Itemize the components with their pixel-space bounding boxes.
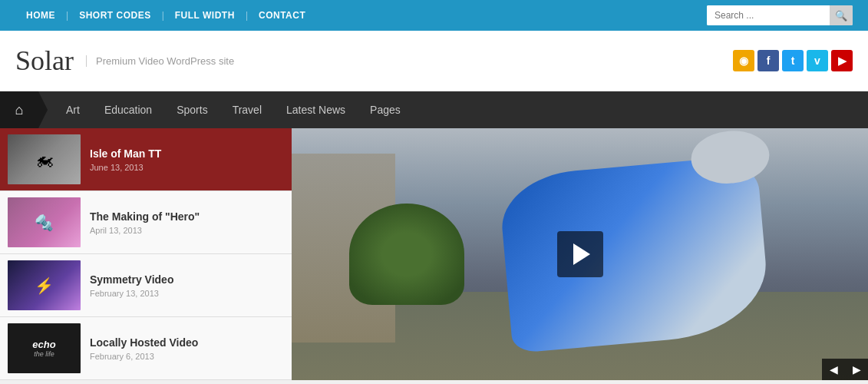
- nav-home[interactable]: HOME: [15, 10, 66, 21]
- top-navigation: HOME | SHORT CODES | FULL WIDTH | CONTAC…: [0, 0, 868, 31]
- video-nav-arrows: ◀ ▶: [822, 359, 868, 380]
- video-item-title-3: Symmetry Video: [90, 273, 284, 286]
- yt-symbol: ▶: [838, 55, 847, 67]
- rss-symbol: ◉: [739, 55, 748, 67]
- echo-text: echo: [32, 339, 55, 350]
- site-tagline: Premium Video WordPress site: [86, 55, 234, 67]
- video-item-title-2: The Making of "Hero": [90, 210, 284, 223]
- next-icon: ▶: [853, 363, 861, 376]
- youtube-icon[interactable]: ▶: [831, 50, 853, 71]
- search-form: 🔍: [707, 5, 853, 25]
- facebook-icon[interactable]: f: [757, 50, 779, 71]
- search-input[interactable]: [707, 5, 830, 25]
- video-list-item[interactable]: Isle of Man TT June 13, 2013: [0, 128, 292, 191]
- rss-icon[interactable]: ◉: [733, 50, 754, 71]
- video-item-title-4: Locally Hosted Video: [90, 336, 284, 349]
- video-item-date-4: February 6, 2013: [90, 352, 284, 361]
- video-thumbnail-1: [8, 134, 81, 184]
- main-navigation: ⌂ Art Education Sports Travel Latest New…: [0, 91, 868, 128]
- home-icon: ⌂: [15, 102, 24, 118]
- video-item-title-1: Isle of Man TT: [90, 147, 284, 160]
- search-button[interactable]: 🔍: [830, 5, 853, 25]
- prev-icon: ◀: [830, 363, 838, 376]
- nav-fullwidth[interactable]: FULL WIDTH: [164, 10, 246, 21]
- nav-education[interactable]: Education: [92, 91, 164, 128]
- video-item-date-2: April 13, 2013: [90, 226, 284, 235]
- social-icons: ◉ f t v ▶: [733, 50, 853, 71]
- video-list-item[interactable]: The Making of "Hero" April 13, 2013: [0, 191, 292, 254]
- prev-arrow[interactable]: ◀: [822, 359, 845, 380]
- content-area: Isle of Man TT June 13, 2013 The Making …: [0, 128, 868, 380]
- nav-latest-news[interactable]: Latest News: [274, 91, 358, 128]
- motorcycle-thumbnail: [8, 134, 81, 184]
- video-item-info-4: Locally Hosted Video February 6, 2013: [90, 336, 284, 361]
- nav-travel[interactable]: Travel: [220, 91, 274, 128]
- video-item-info-3: Symmetry Video February 13, 2013: [90, 273, 284, 298]
- play-button[interactable]: [557, 231, 603, 277]
- video-list-item[interactable]: echo the life Locally Hosted Video Febru…: [0, 317, 292, 380]
- video-thumbnail-2: [8, 197, 81, 247]
- nav-pages[interactable]: Pages: [358, 91, 413, 128]
- main-nav-links: Art Education Sports Travel Latest News …: [38, 91, 413, 128]
- vimeo-icon[interactable]: v: [807, 50, 828, 71]
- video-item-date-3: February 13, 2013: [90, 289, 284, 298]
- greenery-element: [349, 204, 464, 304]
- site-logo: Solar: [15, 45, 74, 77]
- nav-shortcodes[interactable]: SHORT CODES: [68, 10, 162, 21]
- site-header: Solar Premium Video WordPress site ◉ f t…: [0, 31, 868, 91]
- echo-thumbnail: echo the life: [8, 323, 81, 373]
- top-nav-links: HOME | SHORT CODES | FULL WIDTH | CONTAC…: [15, 10, 316, 21]
- video-item-date-1: June 13, 2013: [90, 163, 284, 172]
- twitter-icon[interactable]: t: [782, 50, 804, 71]
- tw-symbol: t: [791, 55, 795, 67]
- echo-subtext: the life: [34, 350, 54, 358]
- nav-art[interactable]: Art: [54, 91, 92, 128]
- video-item-info-2: The Making of "Hero" April 13, 2013: [90, 210, 284, 235]
- video-list-item[interactable]: Symmetry Video February 13, 2013: [0, 254, 292, 317]
- vm-symbol: v: [814, 55, 820, 67]
- video-item-info-1: Isle of Man TT June 13, 2013: [90, 147, 284, 172]
- nav-contact[interactable]: CONTACT: [248, 10, 316, 21]
- home-nav-button[interactable]: ⌂: [0, 91, 38, 128]
- fb-symbol: f: [767, 55, 771, 67]
- video-player[interactable]: ◀ ▶: [292, 128, 868, 380]
- next-arrow[interactable]: ▶: [845, 359, 868, 380]
- video-thumbnail-3: [8, 260, 81, 310]
- symmetry-thumbnail: [8, 260, 81, 310]
- logo-area: Solar Premium Video WordPress site: [15, 45, 234, 77]
- nav-sports[interactable]: Sports: [164, 91, 219, 128]
- hero-thumbnail: [8, 197, 81, 247]
- video-list-sidebar: Isle of Man TT June 13, 2013 The Making …: [0, 128, 292, 380]
- video-thumbnail-4: echo the life: [8, 323, 81, 373]
- search-icon: 🔍: [835, 10, 847, 22]
